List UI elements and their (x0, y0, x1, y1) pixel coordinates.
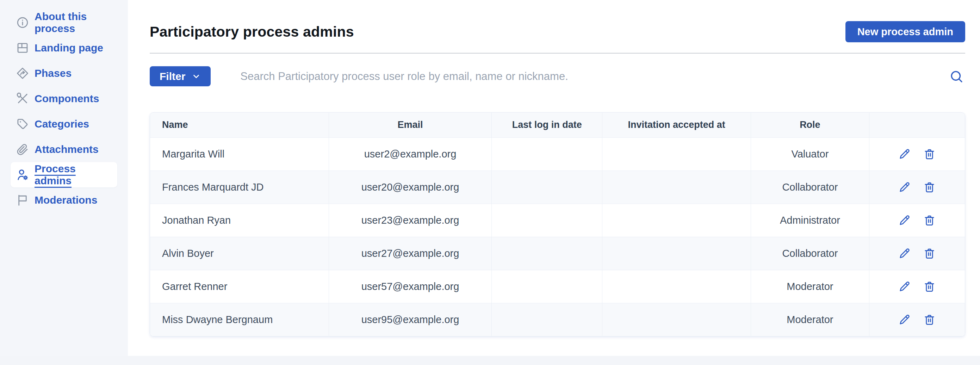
search-input[interactable] (240, 70, 948, 83)
chevron-down-icon (192, 72, 201, 81)
cell-actions (869, 237, 965, 270)
cell-last-login (492, 237, 602, 270)
table-body: Margarita Will user2@example.org Valuato… (150, 137, 965, 336)
edit-button[interactable] (898, 148, 911, 160)
sidebar-item-label: Attachments (35, 143, 99, 155)
cell-last-login (492, 270, 602, 303)
edit-button[interactable] (898, 247, 911, 260)
trash-icon (923, 214, 935, 226)
cell-role: Collaborator (751, 237, 869, 270)
cell-role: Valuator (751, 137, 869, 171)
sidebar-item-label: About this process (35, 11, 112, 35)
cell-invitation-accepted (602, 270, 751, 303)
table-row: Miss Dwayne Bergnaum user95@example.org … (150, 303, 965, 336)
delete-button[interactable] (923, 214, 935, 226)
admins-table: NameEmailLast log in dateInvitation acce… (150, 113, 965, 336)
pencil-icon (898, 214, 911, 226)
pencil-icon (898, 181, 911, 193)
delete-button[interactable] (923, 247, 935, 260)
cell-email: user95@example.org (329, 303, 492, 336)
cell-role: Collaborator (751, 171, 869, 204)
column-header: Role (751, 113, 869, 137)
sidebar: About this process Landing page Phases C… (0, 0, 128, 356)
user-gear-icon (16, 168, 30, 182)
cell-name: Margarita Will (150, 137, 329, 171)
search-icon (949, 69, 963, 83)
cell-invitation-accepted (602, 204, 751, 237)
page-title: Participatory process admins (150, 24, 354, 40)
filter-button[interactable]: Filter (150, 66, 211, 86)
table-row: Alvin Boyer user27@example.org Collabora… (150, 237, 965, 270)
cell-invitation-accepted (602, 137, 751, 171)
sidebar-item-landing-page[interactable]: Landing page (11, 35, 117, 61)
trash-icon (923, 148, 935, 160)
sidebar-item-phases[interactable]: Phases (11, 61, 117, 86)
cell-role: Moderator (751, 270, 869, 303)
delete-button[interactable] (923, 281, 935, 293)
cell-actions (869, 204, 965, 237)
edit-button[interactable] (898, 314, 911, 326)
table-header-row: NameEmailLast log in dateInvitation acce… (150, 113, 965, 137)
cell-email: user27@example.org (329, 237, 492, 270)
cell-last-login (492, 303, 602, 336)
trash-icon (923, 247, 935, 260)
row-actions (869, 247, 965, 260)
sidebar-item-attachments[interactable]: Attachments (11, 137, 117, 162)
edit-button[interactable] (898, 281, 911, 293)
page-header: Participatory process admins New process… (150, 21, 965, 42)
sidebar-item-process-admins[interactable]: Process admins (11, 162, 117, 187)
filter-button-label: Filter (159, 70, 185, 83)
tag-icon (16, 117, 30, 131)
phases-diamond-arrow-icon (16, 66, 30, 80)
sidebar-item-about-this-process[interactable]: About this process (11, 10, 117, 35)
cell-last-login (492, 137, 602, 171)
cell-invitation-accepted (602, 171, 751, 204)
trash-icon (923, 181, 935, 193)
sidebar-item-label: Categories (35, 118, 89, 130)
row-actions (869, 314, 965, 326)
cell-name: Frances Marquardt JD (150, 171, 329, 204)
sidebar-item-label: Moderations (35, 194, 97, 206)
cell-actions (869, 171, 965, 204)
tools-icon (16, 92, 30, 106)
delete-button[interactable] (923, 314, 935, 326)
cell-name: Garret Renner (150, 270, 329, 303)
pencil-icon (898, 281, 911, 293)
sidebar-item-label: Landing page (35, 42, 103, 54)
cell-name: Jonathan Ryan (150, 204, 329, 237)
pencil-icon (898, 148, 911, 160)
column-header: Last log in date (492, 113, 602, 137)
sidebar-item-label: Components (35, 92, 99, 105)
sidebar-item-components[interactable]: Components (11, 86, 117, 112)
header-divider (150, 53, 965, 54)
search-button[interactable] (948, 68, 965, 85)
cell-invitation-accepted (602, 303, 751, 336)
column-header: Invitation accepted at (602, 113, 751, 137)
table-row: Garret Renner user57@example.org Moderat… (150, 270, 965, 303)
row-actions (869, 281, 965, 293)
row-actions (869, 148, 965, 160)
cell-email: user57@example.org (329, 270, 492, 303)
pencil-icon (898, 247, 911, 260)
cell-invitation-accepted (602, 237, 751, 270)
flag-icon (16, 193, 30, 207)
delete-button[interactable] (923, 148, 935, 160)
column-header: Email (329, 113, 492, 137)
column-header (869, 113, 965, 137)
cell-name: Miss Dwayne Bergnaum (150, 303, 329, 336)
edit-button[interactable] (898, 214, 911, 226)
table-row: Margarita Will user2@example.org Valuato… (150, 137, 965, 171)
cell-role: Administrator (751, 204, 869, 237)
sidebar-item-label: Phases (35, 67, 72, 79)
row-actions (869, 214, 965, 226)
new-process-admin-button[interactable]: New process admin (845, 21, 965, 42)
main-content: Participatory process admins New process… (128, 0, 980, 356)
sidebar-nav: About this process Landing page Phases C… (0, 10, 128, 213)
cell-actions (869, 303, 965, 336)
cell-last-login (492, 204, 602, 237)
sidebar-item-moderations[interactable]: Moderations (11, 187, 117, 213)
edit-button[interactable] (898, 181, 911, 193)
table-row: Frances Marquardt JD user20@example.org … (150, 171, 965, 204)
sidebar-item-categories[interactable]: Categories (11, 112, 117, 137)
delete-button[interactable] (923, 181, 935, 193)
